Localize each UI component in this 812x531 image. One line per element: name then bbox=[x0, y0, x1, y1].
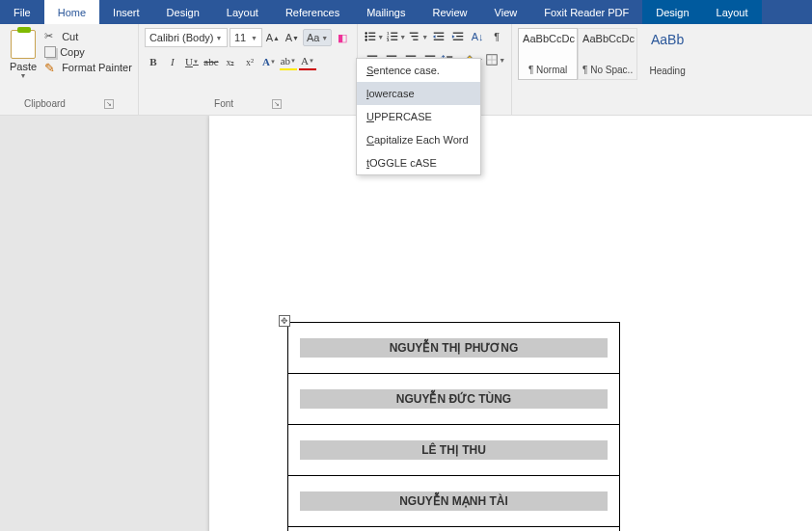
table-row[interactable]: LÊ NHẬT ANH bbox=[288, 527, 620, 532]
superscript-button[interactable]: x² bbox=[241, 53, 258, 70]
svg-rect-7 bbox=[391, 33, 397, 34]
case-uppercase-label: PPERCASE bbox=[374, 111, 432, 122]
tab-home[interactable]: Home bbox=[44, 0, 99, 24]
svg-point-0 bbox=[365, 32, 367, 34]
shrink-font-button[interactable]: A▼ bbox=[284, 29, 301, 46]
svg-rect-21 bbox=[367, 56, 378, 57]
paste-button[interactable]: Paste ▼ bbox=[6, 28, 41, 81]
chevron-down-icon: ▼ bbox=[251, 35, 257, 41]
tab-tools-layout[interactable]: Layout bbox=[703, 0, 762, 24]
increase-indent-button[interactable] bbox=[449, 28, 467, 45]
table-cell[interactable]: LÊ THỊ THU bbox=[300, 440, 608, 460]
format-painter-label: Format Painter bbox=[62, 62, 132, 73]
svg-rect-14 bbox=[413, 40, 418, 40]
font-color-button[interactable]: A▼ bbox=[299, 53, 316, 70]
case-sentence-label: entence case. bbox=[373, 65, 440, 76]
table-row[interactable]: NGUYỄN MẠNH TÀI bbox=[288, 476, 620, 527]
clipboard-group-label: Clipboard bbox=[24, 98, 66, 109]
table-cell[interactable]: NGUYỄN THỊ PHƯƠNG bbox=[300, 338, 608, 358]
tab-tools-design[interactable]: Design bbox=[642, 0, 702, 24]
underline-button[interactable]: U▼ bbox=[183, 53, 201, 70]
style-normal[interactable]: AaBbCcDc ¶ Normal bbox=[518, 28, 578, 80]
bullets-button[interactable]: ▼ bbox=[364, 28, 384, 45]
tab-references[interactable]: References bbox=[272, 0, 353, 24]
cut-button[interactable]: Cut bbox=[44, 30, 132, 43]
table-cell[interactable]: NGUYỄN ĐỨC TÙNG bbox=[300, 389, 608, 409]
case-uppercase[interactable]: UPPERCASE bbox=[357, 105, 480, 128]
indent-icon bbox=[451, 30, 465, 43]
tab-view[interactable]: View bbox=[481, 0, 531, 24]
format-painter-icon bbox=[44, 61, 58, 74]
style-normal-preview: AaBbCcDc bbox=[523, 33, 573, 44]
text-effects-button[interactable]: A▼ bbox=[260, 53, 278, 70]
cut-icon bbox=[44, 30, 58, 43]
svg-rect-9 bbox=[391, 36, 397, 37]
chevron-down-icon: ▼ bbox=[421, 34, 428, 40]
numbering-icon: 123 bbox=[386, 30, 399, 43]
tab-mailings[interactable]: Mailings bbox=[353, 0, 419, 24]
strikethrough-button[interactable]: abc bbox=[203, 53, 220, 70]
group-styles: AaBbCcDc ¶ Normal AaBbCcDc ¶ No Spac... … bbox=[512, 24, 703, 115]
italic-button[interactable]: I bbox=[164, 53, 181, 70]
table-row[interactable]: NGUYỄN THỊ PHƯƠNG bbox=[288, 323, 620, 374]
tab-file[interactable]: File bbox=[0, 0, 44, 24]
highlight-button[interactable]: ab▼ bbox=[280, 53, 297, 70]
clear-formatting-button[interactable] bbox=[334, 29, 351, 46]
paste-label: Paste bbox=[10, 61, 37, 72]
chevron-down-icon: ▼ bbox=[309, 58, 314, 64]
tab-layout[interactable]: Layout bbox=[213, 0, 272, 24]
tab-foxit[interactable]: Foxit Reader PDF bbox=[530, 0, 642, 24]
font-launcher[interactable]: ↘ bbox=[272, 99, 282, 109]
tab-insert[interactable]: Insert bbox=[99, 0, 153, 24]
decrease-indent-button[interactable] bbox=[430, 28, 447, 45]
case-lowercase[interactable]: lowercase bbox=[357, 82, 480, 105]
style-heading-name: Heading bbox=[641, 66, 693, 76]
table-cell[interactable]: NGUYỄN MẠNH TÀI bbox=[300, 491, 608, 511]
chevron-down-icon: ▼ bbox=[270, 59, 276, 65]
eraser-icon bbox=[338, 32, 347, 44]
format-painter-button[interactable]: Format Painter bbox=[44, 61, 132, 74]
table-row[interactable]: NGUYỄN ĐỨC TÙNG bbox=[288, 374, 620, 425]
style-no-spacing-name: ¶ No Spac... bbox=[582, 65, 633, 75]
bold-button[interactable]: B bbox=[145, 53, 162, 70]
style-no-spacing[interactable]: AaBbCcDc ¶ No Spac... bbox=[578, 28, 637, 80]
multilevel-icon bbox=[408, 30, 421, 43]
svg-rect-29 bbox=[406, 56, 417, 57]
change-case-button[interactable]: Aa▼ bbox=[303, 29, 332, 46]
case-capitalize[interactable]: Capitalize Each Word bbox=[357, 128, 480, 151]
chevron-down-icon: ▼ bbox=[216, 35, 223, 41]
table-row[interactable]: LÊ THỊ THU bbox=[288, 425, 620, 476]
sort-button[interactable]: A↓ bbox=[469, 28, 486, 45]
font-name-value: Calibri (Body) bbox=[149, 32, 214, 43]
tab-review[interactable]: Review bbox=[420, 0, 481, 24]
chevron-down-icon: ▼ bbox=[193, 59, 199, 65]
svg-rect-15 bbox=[434, 33, 445, 34]
show-hide-button[interactable]: ¶ bbox=[488, 28, 505, 45]
borders-icon bbox=[485, 53, 499, 66]
chevron-down-icon: ▼ bbox=[20, 72, 27, 79]
subscript-button[interactable]: x₂ bbox=[222, 53, 239, 70]
font-size-select[interactable]: 11▼ bbox=[230, 28, 262, 47]
copy-button[interactable]: Copy bbox=[44, 46, 132, 58]
borders-button[interactable]: ▼ bbox=[485, 51, 505, 68]
document-table[interactable]: NGUYỄN THỊ PHƯƠNG NGUYỄN ĐỨC TÙNG LÊ THỊ… bbox=[287, 322, 620, 531]
grow-font-button[interactable]: A▲ bbox=[264, 29, 282, 46]
svg-rect-18 bbox=[453, 33, 464, 34]
clipboard-launcher[interactable]: ↘ bbox=[104, 99, 114, 109]
copy-icon bbox=[44, 46, 56, 58]
style-heading[interactable]: AaBb Heading bbox=[637, 28, 697, 80]
outdent-icon bbox=[432, 30, 446, 43]
numbering-button[interactable]: 123▼ bbox=[386, 28, 406, 45]
style-normal-name: ¶ Normal bbox=[523, 65, 573, 75]
cut-label: Cut bbox=[62, 31, 78, 42]
case-sentence[interactable]: Sentence case. bbox=[357, 59, 480, 82]
chevron-down-icon: ▼ bbox=[499, 57, 505, 64]
tab-design[interactable]: Design bbox=[153, 0, 213, 24]
svg-rect-19 bbox=[456, 36, 463, 37]
font-name-select[interactable]: Calibri (Body)▼ bbox=[145, 28, 228, 47]
case-toggle[interactable]: tOGGLE cASE bbox=[357, 151, 480, 174]
svg-rect-16 bbox=[437, 36, 444, 37]
table-move-handle[interactable]: ✥ bbox=[279, 315, 290, 327]
multilevel-list-button[interactable]: ▼ bbox=[408, 28, 428, 45]
style-no-spacing-preview: AaBbCcDc bbox=[582, 33, 633, 44]
